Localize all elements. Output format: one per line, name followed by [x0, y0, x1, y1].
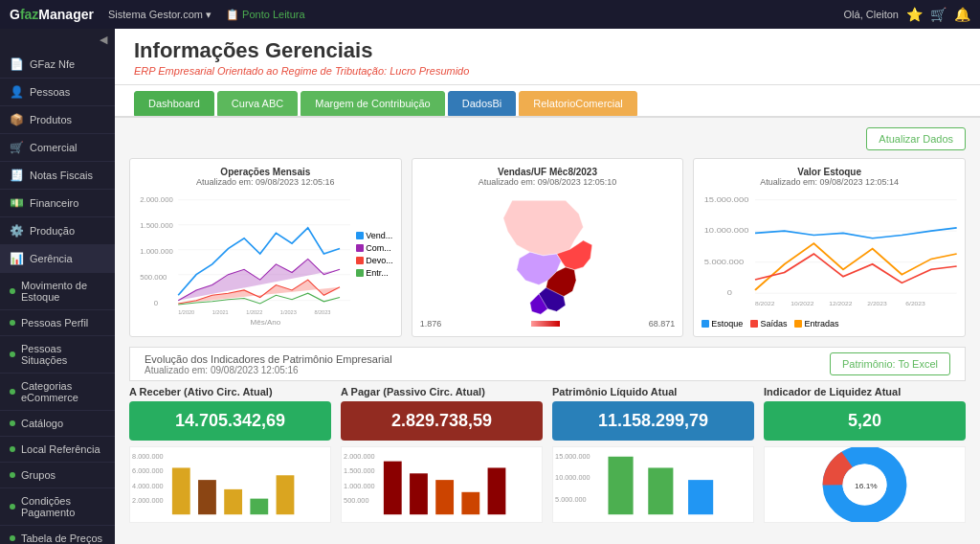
- svg-rect-49: [608, 457, 633, 514]
- brazil-map: [420, 192, 676, 316]
- mini-chart-liquidez: 16.1%: [764, 446, 966, 523]
- sidebar-item-gerencia[interactable]: 📊 Gerência: [0, 245, 115, 273]
- chart-icon: 📊: [10, 252, 24, 265]
- sidebar-item-pessoas-perfil[interactable]: Pessoas Perfil: [0, 310, 115, 336]
- sidebar-item-catalogo[interactable]: Catálogo: [0, 411, 115, 437]
- kpi-patrimonio-label: Patrimônio Líquido Atual: [552, 386, 754, 397]
- svg-rect-42: [410, 473, 428, 514]
- svg-text:1.500.000: 1.500.000: [344, 468, 375, 475]
- patrimonio-updated: Atualizado em: 09/08/2023 12:05:16: [145, 365, 392, 375]
- svg-rect-35: [250, 499, 268, 515]
- sidebar-item-movimento-estoque[interactable]: Movimento de Estoque: [0, 273, 115, 310]
- kpi-liquidez-label: Indicador de Liquidez Atual: [764, 386, 966, 397]
- kpi-a-pagar-label: A Pagar (Passivo Circ. Atual): [341, 386, 543, 397]
- operacoes-title: Operações Mensais: [138, 167, 393, 177]
- sidebar-item-grupos[interactable]: Grupos: [0, 463, 115, 488]
- valor-estoque-svg: 15.000.000 10.000.000 5.000.000 0: [702, 192, 957, 316]
- svg-text:8/2022: 8/2022: [755, 302, 775, 306]
- vendas-uf-chart-box: Vendas/UF Mêc8/2023 Atualizado em: 09/08…: [412, 158, 684, 337]
- svg-text:15.000.000: 15.000.000: [555, 453, 590, 460]
- sidebar-item-notas[interactable]: 🧾 Notas Fiscais: [0, 162, 115, 190]
- brazil-map-svg: [420, 192, 676, 316]
- vendas-uf-updated: Atualizado em: 09/08/2023 12:05:10: [420, 177, 676, 187]
- brand-text: GfazManager: [10, 7, 94, 22]
- sidebar-item-produtos[interactable]: 📦 Produtos: [0, 106, 115, 134]
- tab-margem[interactable]: Margem de Contribuição: [301, 91, 444, 116]
- operacoes-updated: Atualizado em: 09/08/2023 12:05:16: [138, 177, 393, 187]
- svg-rect-33: [198, 480, 216, 514]
- sistema-menu[interactable]: Sistema Gestor.com ▾: [108, 9, 212, 21]
- sidebar-item-categorias[interactable]: Categorias eCommerce: [0, 374, 115, 411]
- dot-icon: [10, 351, 15, 357]
- svg-rect-45: [488, 467, 506, 514]
- svg-text:1/2021: 1/2021: [212, 309, 229, 315]
- kpi-liquidez-value: 5,20: [764, 401, 966, 441]
- sidebar-item-tabela-precos[interactable]: Tabela de Preços: [0, 526, 115, 544]
- tab-dashboard[interactable]: Dashboard: [134, 91, 214, 116]
- user-greeting: Olá, Cleiton: [844, 9, 899, 20]
- page-subtitle: ERP Empresarial Orientado ao Regime de T…: [134, 65, 961, 77]
- svg-rect-50: [648, 467, 673, 514]
- svg-text:2.000.000: 2.000.000: [132, 498, 164, 505]
- svg-rect-36: [277, 475, 295, 514]
- svg-text:12/2022: 12/2022: [830, 302, 854, 306]
- svg-text:15.000.000: 15.000.000: [704, 195, 749, 204]
- svg-text:2/2023: 2/2023: [868, 302, 888, 306]
- svg-text:1/2022: 1/2022: [246, 309, 262, 315]
- svg-text:10/2022: 10/2022: [791, 302, 815, 306]
- estoque-legend: Estoque Saídas Entradas: [702, 319, 957, 329]
- vendas-uf-title: Vendas/UF Mêc8/2023: [420, 167, 676, 177]
- cart-sidebar-icon: 🛒: [10, 141, 24, 154]
- star-icon: ⭐: [906, 7, 923, 22]
- svg-text:8/2023: 8/2023: [314, 309, 330, 315]
- operacoes-svg: 2.000.000 1.500.000 1.000.000 500.000 0: [138, 192, 350, 316]
- patrimonio-header: Evolução dos Indicadores de Patrimônio E…: [129, 347, 966, 381]
- valor-estoque-area: 15.000.000 10.000.000 5.000.000 0: [702, 192, 957, 316]
- valor-estoque-title: Valor Estoque: [702, 167, 957, 177]
- atualizar-button[interactable]: Atualizar Dados: [866, 127, 966, 150]
- operacoes-xaxis-label: Mês/Ano: [138, 318, 393, 327]
- money-icon: 💵: [10, 196, 24, 210]
- bell-icon: 🔔: [954, 7, 970, 22]
- svg-text:1.000.000: 1.000.000: [344, 483, 375, 489]
- page-header: Informações Gerenciais ERP Empresarial O…: [115, 29, 980, 85]
- svg-text:4.000.000: 4.000.000: [132, 483, 164, 489]
- svg-rect-34: [224, 489, 242, 514]
- svg-text:500.000: 500.000: [140, 273, 167, 282]
- operacoes-legend: Vend... Com... Devo... Entr...: [356, 192, 393, 316]
- doc-icon: 📄: [10, 57, 24, 71]
- kpi-a-pagar-value: 2.829.738,59: [341, 401, 543, 441]
- sidebar-item-pessoas-situacoes[interactable]: Pessoas Situações: [0, 336, 115, 374]
- operacoes-chart-box: Operações Mensais Atualizado em: 09/08/2…: [129, 158, 402, 337]
- sidebar-item-pessoas[interactable]: 👤 Pessoas: [0, 79, 115, 106]
- sidebar-item-local[interactable]: Local Referência: [0, 437, 115, 463]
- sidebar: ◀ 📄 GFaz Nfe 👤 Pessoas 📦 Produtos 🛒 Come…: [0, 29, 115, 544]
- svg-text:1.000.000: 1.000.000: [140, 247, 173, 256]
- dashboard-content: Atualizar Dados Operações Mensais Atuali…: [115, 118, 980, 542]
- sidebar-toggle[interactable]: ◀: [0, 29, 115, 51]
- kpi-a-receber-value: 14.705.342,69: [129, 401, 331, 441]
- page-title: Informações Gerenciais: [134, 38, 961, 63]
- svg-text:500.000: 500.000: [344, 498, 368, 505]
- svg-text:1.500.000: 1.500.000: [140, 221, 173, 230]
- sidebar-item-condicoes[interactable]: Condições Pagamento: [0, 488, 115, 526]
- gear-icon: ⚙️: [10, 224, 24, 238]
- tab-dadosbi[interactable]: DadosBi: [448, 91, 517, 116]
- sidebar-item-comercial[interactable]: 🛒 Comercial: [0, 134, 115, 162]
- sidebar-item-producao[interactable]: ⚙️ Produção: [0, 217, 115, 245]
- mini-chart-patrimonio: 15.000.000 10.000.000 5.000.000: [552, 446, 754, 523]
- excel-button[interactable]: Patrimônio: To Excel: [830, 352, 950, 375]
- mini-chart-a-receber: 8.000.000 6.000.000 4.000.000 2.000.000: [129, 446, 331, 523]
- kpi-patrimonio-value: 11.158.299,79: [552, 401, 754, 441]
- svg-text:10.000.000: 10.000.000: [555, 474, 590, 481]
- sidebar-item-financeiro[interactable]: 💵 Financeiro: [0, 190, 115, 217]
- toolbar-row: Atualizar Dados: [129, 127, 966, 150]
- kpi-a-receber: A Receber (Ativo Circ. Atual) 14.705.342…: [129, 386, 331, 523]
- sidebar-item-gfaznfe[interactable]: 📄 GFaz Nfe: [0, 51, 115, 79]
- ponto-leitura[interactable]: 📋 Ponto Leitura: [226, 9, 305, 21]
- charts-row: Operações Mensais Atualizado em: 09/08/2…: [129, 158, 966, 337]
- svg-text:5.000.000: 5.000.000: [704, 258, 745, 266]
- tab-relatorio[interactable]: RelatorioComercial: [519, 91, 637, 116]
- tab-curva-abc[interactable]: Curva ABC: [217, 91, 298, 116]
- patrimonio-title: Evolução dos Indicadores de Patrimônio E…: [145, 353, 392, 365]
